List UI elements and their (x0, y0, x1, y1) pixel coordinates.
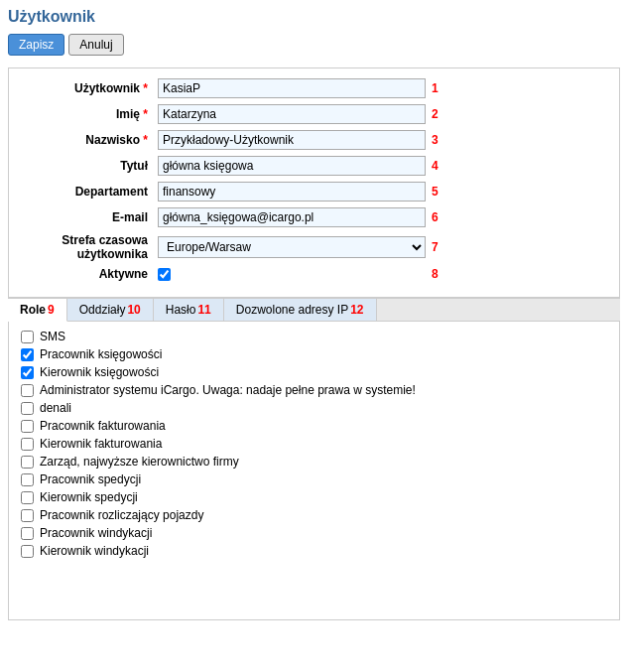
role-checkbox[interactable] (21, 509, 34, 522)
active-input-wrapper (158, 268, 426, 281)
role-checkbox[interactable] (21, 402, 34, 415)
field-row-firstname: Imię *2 (19, 104, 609, 124)
timezone-label: Strefa czasowaużytkownika (19, 233, 158, 261)
role-label: Kierownik fakturowania (40, 437, 162, 451)
role-label: Kierownik księgowości (40, 365, 159, 379)
input-email[interactable] (158, 207, 426, 227)
role-item: Kierownik fakturowania (21, 437, 607, 451)
input-wrapper-department (158, 182, 426, 202)
role-item: Pracownik rozliczający pojazdy (21, 508, 607, 522)
role-checkbox[interactable] (21, 473, 34, 486)
role-checkbox[interactable] (21, 456, 34, 469)
label-title: Tytuł (19, 159, 158, 173)
field-number-username: 1 (432, 81, 439, 95)
field-number-lastname: 3 (432, 133, 439, 147)
timezone-number: 7 (432, 240, 439, 254)
role-item: Zarząd, najwyższe kierownictwo firmy (21, 455, 607, 469)
role-label: Administrator systemu iCargo. Uwaga: nad… (40, 383, 416, 397)
role-checkbox[interactable] (21, 545, 34, 558)
input-wrapper-title (158, 156, 426, 176)
role-item: Pracownik spedycji (21, 472, 607, 486)
label-lastname: Nazwisko * (19, 133, 158, 147)
timezone-select[interactable]: Europe/Warsaw Europe/London America/New_… (158, 236, 426, 258)
tabs-bar: Role9Oddziały10Hasło11Dozwolone adresy I… (8, 298, 620, 322)
save-button[interactable]: Zapisz (8, 34, 64, 56)
tab-oddziały[interactable]: Oddziały10 (67, 299, 154, 321)
role-label: Pracownik fakturowania (40, 419, 166, 433)
timezone-row: Strefa czasowaużytkownika Europe/Warsaw … (19, 233, 609, 261)
field-number-title: 4 (432, 159, 439, 173)
role-label: Pracownik spedycji (40, 472, 141, 486)
field-number-department: 5 (432, 185, 439, 199)
role-checkbox[interactable] (21, 348, 34, 361)
role-item: Pracownik fakturowania (21, 419, 607, 433)
field-number-email: 6 (432, 210, 439, 224)
role-checkbox[interactable] (21, 527, 34, 540)
role-item: Kierownik księgowości (21, 365, 607, 379)
field-row-email: E-mail6 (19, 207, 609, 227)
timezone-input-wrapper: Europe/Warsaw Europe/London America/New_… (158, 236, 426, 258)
tabs-section: Role9Oddziały10Hasło11Dozwolone adresy I… (8, 298, 620, 620)
role-checkbox[interactable] (21, 491, 34, 504)
active-checkbox[interactable] (158, 268, 171, 281)
field-row-username: Użytkownik *1 (19, 78, 609, 98)
role-item: Pracownik windykacji (21, 526, 607, 540)
role-label: Pracownik rozliczający pojazdy (40, 508, 203, 522)
page-title: Użytkownik (8, 8, 620, 26)
role-item: Kierownik spedycji (21, 490, 607, 504)
role-label: Kierownik spedycji (40, 490, 138, 504)
tab-dozwolone-adresy-ip[interactable]: Dozwolone adresy IP12 (224, 299, 377, 321)
role-label: Zarząd, najwyższe kierownictwo firmy (40, 455, 239, 469)
input-title[interactable] (158, 156, 426, 176)
input-wrapper-email (158, 207, 426, 227)
role-checkbox[interactable] (21, 438, 34, 451)
role-label: denali (40, 401, 71, 415)
role-checkbox[interactable] (21, 331, 34, 343)
tab-hasło[interactable]: Hasło11 (154, 299, 224, 321)
active-number: 8 (432, 267, 439, 281)
role-checkbox[interactable] (21, 420, 34, 433)
role-label: Pracownik windykacji (40, 526, 152, 540)
cancel-button[interactable]: Anuluj (68, 34, 123, 56)
role-item: Pracownik księgowości (21, 347, 607, 361)
input-wrapper-lastname (158, 130, 426, 150)
input-wrapper-firstname (158, 104, 426, 124)
label-username: Użytkownik * (19, 81, 158, 95)
role-item: denali (21, 401, 607, 415)
text-fields: Użytkownik *1Imię *2Nazwisko *3Tytuł4Dep… (19, 78, 609, 227)
input-wrapper-username (158, 78, 426, 98)
input-username[interactable] (158, 78, 426, 98)
role-item: Administrator systemu iCargo. Uwaga: nad… (21, 383, 607, 397)
toolbar: Zapisz Anuluj (8, 34, 620, 56)
label-email: E-mail (19, 210, 158, 224)
input-firstname[interactable] (158, 104, 426, 124)
field-row-department: Departament5 (19, 182, 609, 202)
label-department: Departament (19, 185, 158, 199)
input-department[interactable] (158, 182, 426, 202)
field-row-title: Tytuł4 (19, 156, 609, 176)
role-item: Kierownik windykacji (21, 544, 607, 558)
tabs-content-container: SMSPracownik księgowościKierownik księgo… (8, 322, 620, 620)
input-lastname[interactable] (158, 130, 426, 150)
tab-role[interactable]: Role9 (8, 299, 67, 322)
form-container: Użytkownik *1Imię *2Nazwisko *3Tytuł4Dep… (8, 67, 620, 298)
label-firstname: Imię * (19, 107, 158, 121)
role-label: Pracownik księgowości (40, 347, 162, 361)
field-row-lastname: Nazwisko *3 (19, 130, 609, 150)
role-item: SMS (21, 330, 607, 343)
role-label: Kierownik windykacji (40, 544, 149, 558)
role-checkbox[interactable] (21, 366, 34, 379)
active-label: Aktywne (19, 267, 158, 281)
role-label: SMS (40, 330, 65, 343)
active-row: Aktywne 8 (19, 267, 609, 281)
field-number-firstname: 2 (432, 107, 439, 121)
role-checkbox[interactable] (21, 384, 34, 397)
tab-content-roles: SMSPracownik księgowościKierownik księgo… (9, 322, 619, 619)
